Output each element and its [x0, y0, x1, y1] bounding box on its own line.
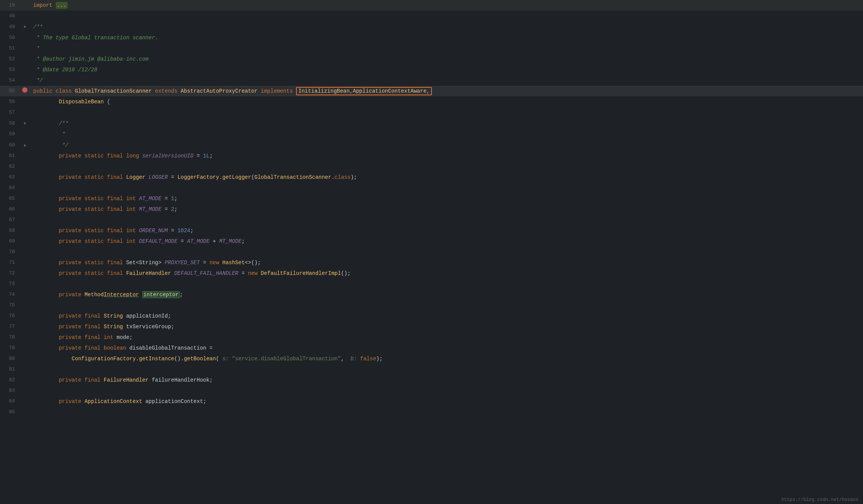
gutter-cell [21, 343, 29, 353]
code-content [29, 161, 863, 172]
table-row: 65 private static final int AT_MODE = 1; [0, 193, 863, 204]
line-number: 60 [0, 140, 21, 151]
line-number: 76 [0, 311, 21, 321]
table-row: 76 private final String applicationId; [0, 311, 863, 321]
line-number: 77 [0, 321, 21, 332]
gutter-cell [21, 54, 29, 64]
table-row: 53 * @date 2018 /12/28 [0, 64, 863, 75]
line-number: 79 [0, 343, 21, 353]
code-content: private static final Logger LOGGER = Log… [29, 172, 863, 183]
gutter-cell [21, 183, 29, 193]
code-content [29, 247, 863, 257]
table-row: 52 * @author jimin.jm @alibaba-inc.com [0, 54, 863, 64]
table-row: 60 ▲ */ [0, 140, 863, 151]
code-content: private static final int AT_MODE = 1; [29, 193, 863, 204]
code-content [29, 407, 863, 417]
code-content: import ... [29, 0, 863, 11]
fold-icon[interactable]: ▼ [24, 121, 26, 126]
gutter-cell: ▼ [21, 118, 29, 129]
line-number: 64 [0, 183, 21, 193]
table-row: 82 private final FailureHandler failureH… [0, 375, 863, 385]
table-row: 79 private final boolean disableGlobalTr… [0, 343, 863, 353]
line-number: 75 [0, 300, 21, 311]
line-number: 67 [0, 215, 21, 225]
code-content: */ [29, 140, 863, 151]
gutter-cell [21, 129, 29, 140]
line-number: 66 [0, 204, 21, 215]
line-number: 81 [0, 364, 21, 375]
code-content [29, 364, 863, 375]
line-number: 59 [0, 129, 21, 140]
line-number: 63 [0, 172, 21, 183]
table-row: 71 private static final Set<String> PROX… [0, 257, 863, 268]
gutter-cell [21, 225, 29, 236]
code-content: * @date 2018 /12/28 [29, 64, 863, 75]
gutter-cell [21, 268, 29, 279]
line-number: 69 [0, 236, 21, 247]
table-row: 51 * [0, 43, 863, 54]
table-row: 61 private static final long serialVersi… [0, 151, 863, 161]
table-row: 73 [0, 279, 863, 289]
table-row: 54 */ [0, 75, 863, 86]
line-number: 61 [0, 151, 21, 161]
gutter-cell [21, 107, 29, 118]
code-content: private static final int DEFAULT_MODE = … [29, 236, 863, 247]
breakpoint-icon[interactable] [22, 87, 27, 93]
table-row: 55 public class GlobalTransactionScanner… [0, 86, 863, 96]
table-row: 56 DisposableBean { [0, 96, 863, 107]
gutter-cell [21, 364, 29, 375]
table-row: 49 ▼ /** [0, 21, 863, 32]
code-content: private final String applicationId; [29, 311, 863, 321]
line-number: 55 [0, 86, 21, 96]
gutter-cell [21, 385, 29, 396]
fold-icon[interactable]: ▼ [24, 25, 26, 29]
gutter-cell [21, 289, 29, 300]
line-number: 82 [0, 375, 21, 385]
code-content [29, 215, 863, 225]
gutter-cell [21, 64, 29, 75]
gutter-cell [21, 247, 29, 257]
line-number: 19 [0, 0, 21, 11]
table-row: 50 * The type Global transaction scanner… [0, 32, 863, 43]
gutter-cell [21, 43, 29, 54]
line-number: 50 [0, 32, 21, 43]
gutter-cell [21, 332, 29, 343]
gutter-cell: ▲ [21, 140, 29, 151]
implements-highlight-box: InitializingBean,ApplicationContextAware… [296, 87, 432, 95]
table-row: 67 [0, 215, 863, 225]
code-content: private final int mode; [29, 332, 863, 343]
table-row: 70 [0, 247, 863, 257]
table-row: 58 ▼ /** [0, 118, 863, 129]
table-row: 66 private static final int MT_MODE = 2; [0, 204, 863, 215]
fold-icon[interactable]: ▲ [24, 143, 26, 148]
code-content: private static final Set<String> PROXYED… [29, 257, 863, 268]
code-editor: 19 import ... 48 49 ▼ /** 50 * The type [0, 0, 863, 504]
gutter-cell [21, 32, 29, 43]
code-content: private ApplicationContext applicationCo… [29, 396, 863, 407]
table-row: 83 [0, 385, 863, 396]
code-content: private final FailureHandler failureHand… [29, 375, 863, 385]
line-number: 74 [0, 289, 21, 300]
code-content [29, 183, 863, 193]
code-content: private MethodInterceptor interceptor; [29, 289, 863, 300]
code-content [29, 385, 863, 396]
line-number: 71 [0, 257, 21, 268]
code-content: private static final FailureHandler DEFA… [29, 268, 863, 279]
gutter-cell [21, 353, 29, 364]
gutter-cell [21, 311, 29, 321]
gutter-cell [21, 0, 29, 11]
table-row: 72 private static final FailureHandler D… [0, 268, 863, 279]
gutter-cell [21, 96, 29, 107]
line-number: 48 [0, 11, 21, 21]
code-content: private static final int ORDER_NUM = 102… [29, 225, 863, 236]
line-number: 80 [0, 353, 21, 364]
gutter-cell [21, 321, 29, 332]
table-row: 75 [0, 300, 863, 311]
status-url: https://blog.csdn.net/hosaos [781, 497, 858, 502]
line-number: 54 [0, 75, 21, 86]
gutter-cell [21, 172, 29, 183]
line-number: 68 [0, 225, 21, 236]
gutter-cell [21, 375, 29, 385]
line-number: 51 [0, 43, 21, 54]
code-content: ConfigurationFactory.getInstance().getBo… [29, 353, 863, 364]
